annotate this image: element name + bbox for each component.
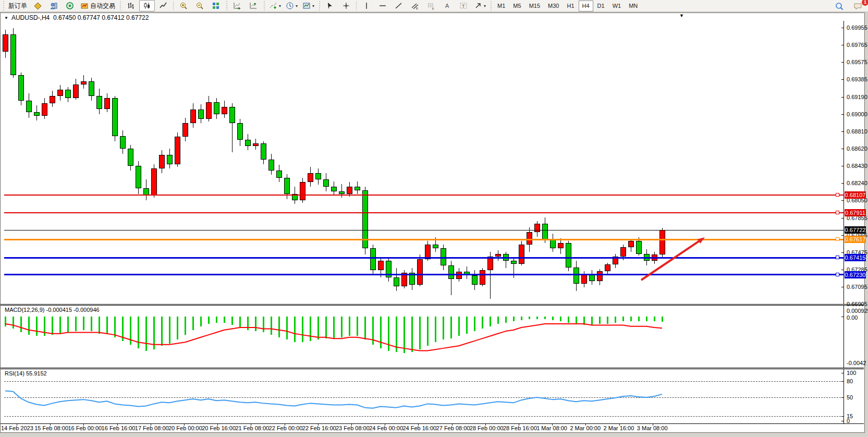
period-button-w1[interactable]: W1: [609, 1, 625, 11]
collapse-chart-icon[interactable]: ▼: [4, 16, 8, 20]
period-button-m15[interactable]: M15: [525, 1, 544, 11]
price-axis-label[interactable]: 0.68810: [847, 128, 867, 135]
hline-drag-marker[interactable]: [836, 273, 839, 276]
price-axis-label[interactable]: 0.69955: [847, 25, 867, 31]
time-axis-label[interactable]: 24 Feb 16:00: [402, 425, 436, 431]
macd-axis-label[interactable]: 0.00: [847, 314, 858, 321]
trendline-icon: [395, 2, 403, 10]
horizontal-line-object[interactable]: [4, 230, 843, 230]
period-button-m5[interactable]: M5: [509, 1, 524, 11]
chart-shift-marker-icon[interactable]: ▼: [679, 13, 684, 18]
price-axis-tick: [841, 252, 844, 253]
arrows-tool-button[interactable]: ▾: [472, 0, 488, 11]
period-button-h4[interactable]: H4: [579, 1, 593, 11]
time-axis-tick: [485, 423, 486, 426]
horizontal-line-object[interactable]: [4, 239, 843, 240]
zoom-out-button[interactable]: [192, 0, 207, 11]
horizontal-line-object[interactable]: [4, 274, 843, 275]
line-chart-button[interactable]: [155, 0, 171, 11]
time-axis-label[interactable]: 2 Mar 00:00: [570, 425, 601, 431]
macd-axis-tick: [841, 317, 844, 317]
time-axis-label[interactable]: 2 Mar 16:00: [604, 425, 634, 431]
text-label-tool-button[interactable]: T: [456, 0, 471, 11]
candle-body: [519, 245, 524, 263]
time-axis-label[interactable]: 14 Feb 2023: [1, 425, 33, 431]
candle-body: [96, 96, 102, 108]
horizontal-line-object[interactable]: [4, 257, 843, 259]
rsi-axis-label[interactable]: 50: [847, 394, 853, 400]
crosshair-tool-button[interactable]: [338, 0, 354, 11]
trendline-tool-button[interactable]: [391, 0, 407, 11]
price-axis-label[interactable]: 0.66905: [847, 301, 867, 307]
time-axis-label[interactable]: 20 Feb 00:00: [168, 425, 202, 431]
time-axis-label[interactable]: 21 Feb 08:00: [235, 425, 269, 431]
price-axis-label[interactable]: 0.69190: [847, 94, 867, 100]
hline-drag-marker[interactable]: [836, 211, 839, 214]
horizontal-line-tool-button[interactable]: [375, 0, 390, 11]
time-axis-label[interactable]: 24 Feb 00:00: [369, 425, 403, 431]
candlestick-chart-button[interactable]: [139, 0, 155, 11]
time-axis-label[interactable]: 28 Feb 00:00: [470, 425, 504, 431]
time-axis-label[interactable]: 16 Feb 00:00: [68, 425, 102, 431]
rsi-axis-label[interactable]: 100: [847, 370, 856, 376]
chevron-down-icon: ▾: [279, 4, 281, 8]
auto-trading-button[interactable]: 自动交易: [78, 0, 117, 11]
price-axis-label[interactable]: 0.68240: [847, 180, 867, 186]
chart-shift-button[interactable]: [246, 0, 261, 11]
new-order-button[interactable]: 新订单: [6, 0, 29, 11]
price-axis-label[interactable]: 0.68430: [847, 163, 867, 169]
zoom-in-button[interactable]: [176, 0, 191, 11]
price-axis-label[interactable]: 0.69765: [847, 42, 867, 48]
hline-drag-marker[interactable]: [836, 237, 839, 241]
price-axis-label[interactable]: 0.69575: [847, 59, 867, 65]
rsi-axis-label[interactable]: 0: [847, 418, 850, 424]
templates-dropdown-button[interactable]: ▾: [300, 0, 316, 11]
notifications-button[interactable]: 1: [850, 1, 866, 12]
horizontal-line-object[interactable]: [4, 212, 843, 213]
period-button-m30[interactable]: M30: [544, 1, 563, 11]
time-axis-label[interactable]: 1 Mar 08:00: [536, 425, 567, 431]
time-axis-label[interactable]: 22 Feb 16:00: [302, 425, 336, 431]
bar-chart-button[interactable]: [123, 0, 139, 11]
time-axis-label[interactable]: 3 Mar 08:00: [637, 425, 668, 431]
hline-drag-marker[interactable]: [836, 256, 839, 259]
time-axis-label[interactable]: 16 Feb 16:00: [102, 425, 136, 431]
profiles-button[interactable]: [46, 0, 62, 11]
search-button[interactable]: [832, 1, 847, 12]
price-axis-label[interactable]: 0.67095: [847, 284, 867, 290]
macd-histogram-bar: [83, 317, 84, 330]
hline-drag-marker[interactable]: [836, 193, 839, 197]
tile-windows-button[interactable]: [208, 0, 224, 11]
cursor-tool-button[interactable]: [322, 0, 338, 11]
price-axis-label[interactable]: 0.68620: [847, 145, 867, 152]
period-button-d1[interactable]: D1: [594, 1, 608, 11]
time-axis-label[interactable]: 17 Feb 08:00: [135, 425, 169, 431]
new-chart-button[interactable]: [30, 0, 45, 11]
price-axis-label[interactable]: 0.69385: [847, 76, 867, 82]
time-axis-label[interactable]: 20 Feb 16:00: [202, 425, 236, 431]
candle-body: [237, 123, 243, 139]
time-axis-label[interactable]: 27 Feb 08:00: [436, 425, 470, 431]
time-axis-label[interactable]: 15 Feb 08:00: [34, 425, 68, 431]
period-button-h1[interactable]: H1: [563, 1, 578, 11]
period-button-m1[interactable]: M1: [494, 1, 509, 11]
text-tool-button[interactable]: A: [439, 0, 455, 11]
price-axis-label[interactable]: 0.69000: [847, 111, 867, 117]
period-button-mn[interactable]: MN: [625, 1, 641, 11]
macd-histogram-bar: [529, 317, 530, 319]
vertical-line-tool-button[interactable]: [359, 0, 374, 11]
time-axis-label[interactable]: 22 Feb 00:00: [269, 425, 303, 431]
equidistant-channel-tool-button[interactable]: E: [407, 0, 423, 11]
macd-histogram-bar: [75, 317, 77, 331]
fibonacci-tool-button[interactable]: F: [423, 0, 439, 11]
time-axis-label[interactable]: 23 Feb 08:00: [336, 425, 370, 431]
time-axis-label[interactable]: 28 Feb 16:00: [503, 425, 537, 431]
indicators-dropdown-button[interactable]: ▾: [267, 0, 283, 11]
horizontal-line-object[interactable]: [4, 195, 843, 196]
market-watch-button[interactable]: [62, 0, 78, 11]
periods-clock-dropdown-button[interactable]: ▾: [284, 0, 300, 11]
auto-scroll-button[interactable]: [229, 0, 245, 11]
macd-axis-label[interactable]: -0.0042: [847, 360, 866, 366]
rsi-axis-label[interactable]: 80: [847, 378, 853, 384]
macd-axis-label[interactable]: 0.000925: [847, 308, 868, 314]
